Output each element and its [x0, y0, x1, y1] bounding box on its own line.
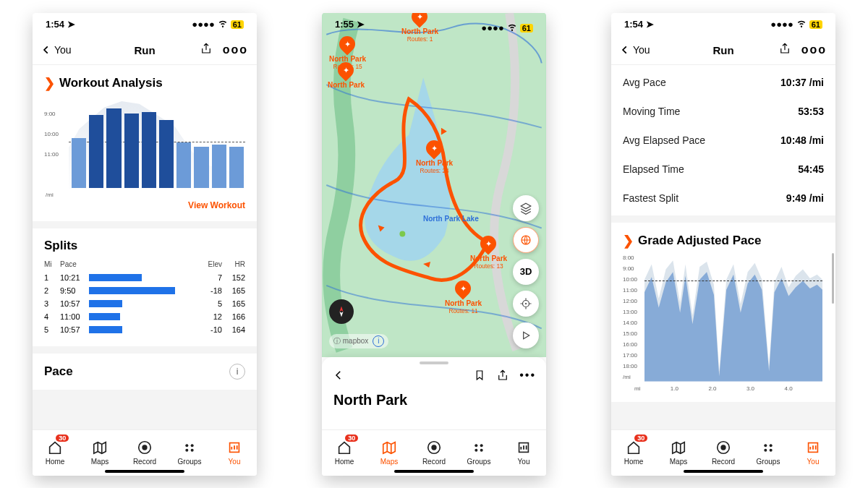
- tab-record[interactable]: Record: [701, 430, 746, 476]
- battery-icon: 61: [809, 20, 822, 29]
- wifi-icon: [796, 18, 807, 30]
- svg-point-23: [764, 449, 767, 452]
- svg-point-3: [191, 444, 194, 447]
- share-icon[interactable]: [200, 42, 213, 58]
- back-button[interactable]: You: [41, 44, 72, 56]
- split-row: 411:0012166: [44, 310, 245, 323]
- map-label: North ParkRoutes: 24: [416, 159, 453, 174]
- svg-point-13: [431, 445, 436, 450]
- stat-row: Fastest Split9:49 /mi: [623, 184, 824, 213]
- workout-analysis-chart: 9:00 10:00 11:00: [44, 97, 245, 198]
- nav-bar: You Run ooo: [33, 36, 257, 65]
- bookmark-icon[interactable]: [473, 369, 486, 385]
- splits-card: Splits Mi Pace Elev HR 110:21715229:50-1…: [33, 228, 257, 346]
- tab-groups[interactable]: Groups: [746, 430, 791, 476]
- route-title: North Park: [322, 389, 546, 408]
- wifi-icon: [507, 22, 517, 34]
- map-label: North Park: [328, 81, 365, 89]
- info-icon[interactable]: i: [229, 364, 245, 380]
- map-label: North ParkRoutes: 11: [445, 299, 482, 314]
- scrollbar-thumb[interactable]: [832, 253, 834, 304]
- svg-point-14: [475, 444, 477, 447]
- phone-stats: 1:54 ➤ ●●●● 61 You Run ooo Avg Pace10:37…: [611, 13, 835, 476]
- globe-button[interactable]: [513, 227, 539, 253]
- tab-you[interactable]: You: [791, 430, 835, 476]
- stat-row: Avg Pace10:37 /mi: [623, 68, 824, 97]
- svg-point-16: [475, 449, 477, 452]
- chevron-left-icon: [41, 45, 51, 55]
- split-row: 510:57-10164: [44, 323, 245, 336]
- more-icon[interactable]: •••: [519, 369, 536, 385]
- map-label: North Park Lake: [423, 215, 479, 223]
- share-icon[interactable]: [496, 369, 509, 385]
- play-button[interactable]: [513, 322, 539, 348]
- svg-point-17: [480, 449, 483, 452]
- tab-home[interactable]: Home30: [322, 430, 367, 476]
- stats-card: Avg Pace10:37 /miMoving Time53:53Avg Ela…: [611, 65, 835, 215]
- signal-icon: ●●●●: [481, 22, 503, 33]
- chevron-left-icon: [620, 45, 630, 55]
- map-label: North ParkRoutes: 13: [470, 254, 507, 270]
- badge: 30: [345, 435, 358, 442]
- phone-workout-analysis: 1:54 ➤ ●●●● 61 You Run ooo ❯Workout Anal…: [33, 13, 257, 476]
- chevron-right-icon: ❯: [44, 75, 55, 91]
- tab-you[interactable]: You: [501, 430, 546, 476]
- tab-maps[interactable]: Maps: [367, 430, 412, 476]
- nav-bar: You Run ooo: [611, 36, 835, 65]
- svg-point-15: [480, 444, 483, 447]
- battery-icon: 61: [231, 20, 244, 29]
- tab-maps[interactable]: Maps: [656, 430, 701, 476]
- tab-record[interactable]: Record: [412, 430, 456, 476]
- gap-card: ❯Grade Adjusted Pace 8:009:0010:0011:001…: [611, 223, 835, 402]
- status-bar: 1:54 ➤ ●●●● 61: [33, 13, 257, 36]
- stat-row: Moving Time53:53: [623, 97, 824, 126]
- home-indicator: [394, 470, 474, 473]
- tab-bar: Home30MapsRecordGroupsYou: [33, 429, 257, 476]
- badge: 30: [634, 435, 647, 442]
- tab-groups[interactable]: Groups: [456, 430, 501, 476]
- status-time: 1:54 ➤: [624, 19, 654, 30]
- tab-maps[interactable]: Maps: [77, 430, 122, 476]
- home-indicator: [684, 470, 763, 473]
- tab-record[interactable]: Record: [122, 430, 167, 476]
- back-button[interactable]: You: [620, 44, 650, 56]
- tab-home[interactable]: Home30: [611, 430, 656, 476]
- workout-analysis-card: ❯Workout Analysis 9:00 10:00 11:00: [33, 65, 257, 221]
- status-time: 1:55 ➤: [335, 19, 365, 38]
- tab-groups[interactable]: Groups: [167, 430, 212, 476]
- view-workout-link[interactable]: View Workout: [188, 200, 245, 210]
- more-icon[interactable]: ooo: [801, 43, 827, 56]
- signal-icon: ●●●●: [770, 19, 793, 30]
- tab-home[interactable]: Home30: [33, 430, 77, 476]
- stat-row: Avg Elapsed Pace10:48 /mi: [623, 126, 824, 155]
- mapbox-attribution: ⓘ mapbox i: [329, 334, 388, 348]
- 3d-button[interactable]: 3D: [513, 259, 539, 285]
- stat-row: Elapsed Time54:45: [623, 155, 824, 184]
- battery-icon: 61: [520, 24, 533, 33]
- svg-point-4: [185, 449, 188, 452]
- route-card[interactable]: ••• North Park: [322, 357, 546, 429]
- tab-you[interactable]: You: [212, 430, 257, 476]
- home-indicator: [105, 470, 184, 473]
- svg-point-22: [770, 444, 773, 447]
- split-row: 29:50-18165: [44, 284, 245, 297]
- phone-map: ✦North ParkRoutes: 1✦North ParkRoutes: 1…: [322, 13, 546, 476]
- locate-button[interactable]: [513, 291, 539, 317]
- status-time: 1:54 ➤: [46, 19, 75, 30]
- svg-point-1: [142, 445, 147, 450]
- share-icon[interactable]: [778, 42, 791, 58]
- layers-button[interactable]: [513, 195, 539, 221]
- split-row: 110:217152: [44, 271, 245, 284]
- svg-point-2: [185, 444, 188, 447]
- status-bar: 1:54 ➤ ●●●● 61: [611, 13, 835, 36]
- svg-point-5: [191, 449, 194, 452]
- svg-point-24: [770, 449, 773, 452]
- more-icon[interactable]: ooo: [223, 43, 248, 56]
- back-button[interactable]: [332, 369, 345, 385]
- gap-chart: 8:009:0010:0011:0012:0013:0014:0015:0016…: [623, 254, 824, 392]
- compass-icon[interactable]: [329, 299, 354, 324]
- badge: 30: [56, 435, 69, 442]
- wifi-icon: [218, 18, 228, 30]
- svg-point-11: [525, 302, 527, 304]
- svg-point-20: [720, 445, 726, 450]
